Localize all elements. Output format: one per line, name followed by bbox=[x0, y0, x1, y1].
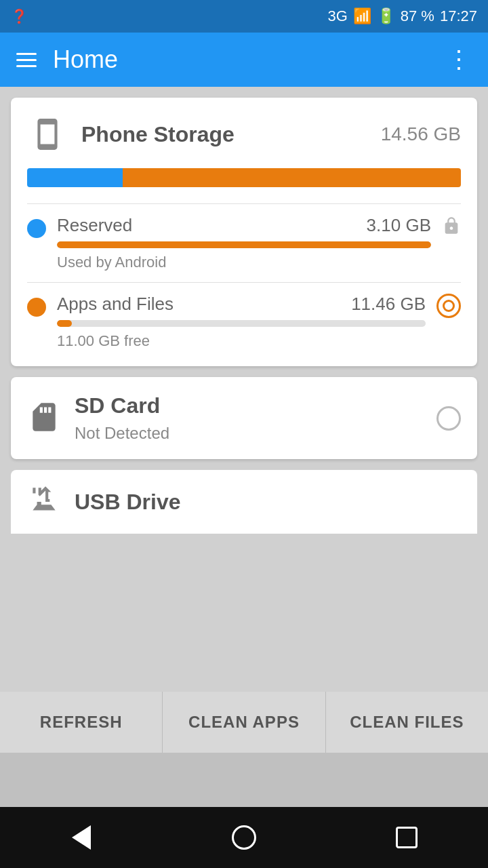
refresh-button[interactable]: REFRESH bbox=[0, 692, 163, 753]
lock-icon bbox=[442, 216, 461, 240]
signal-icon: 📶 bbox=[353, 7, 371, 25]
clock: 17:27 bbox=[440, 7, 477, 25]
network-indicator: 3G bbox=[327, 7, 347, 25]
menu-button[interactable] bbox=[16, 53, 37, 67]
wifi-icon: ❓ bbox=[11, 8, 28, 24]
apps-progress-fill bbox=[57, 320, 72, 327]
apps-dot bbox=[27, 298, 46, 317]
usb-drive-title: USB Drive bbox=[75, 490, 181, 515]
phone-icon bbox=[27, 114, 68, 155]
sd-card-title: SD Card bbox=[75, 393, 423, 418]
radio-inner bbox=[443, 300, 455, 312]
page-title: Home bbox=[53, 45, 430, 74]
apps-label: Apps and Files bbox=[57, 294, 174, 315]
reserved-progress-bg bbox=[57, 241, 431, 248]
divider-2 bbox=[27, 282, 461, 283]
bottom-spacer bbox=[0, 753, 488, 807]
sd-card-status: Not Detected bbox=[75, 424, 423, 443]
reserved-progress-fill bbox=[57, 241, 431, 248]
bar-blue bbox=[27, 168, 123, 187]
clean-apps-button[interactable]: CLEAN APPS bbox=[163, 692, 325, 753]
apps-progress-bg bbox=[57, 320, 426, 327]
divider-1 bbox=[27, 203, 461, 204]
apps-sublabel: 11.00 GB free bbox=[57, 332, 150, 349]
sd-card-text: SD Card Not Detected bbox=[75, 393, 423, 443]
main-content: Phone Storage 14.56 GB Reserved 3.10 GB … bbox=[0, 87, 488, 692]
status-bar: ❓ 3G 📶 🔋 87 % 17:27 bbox=[0, 0, 488, 33]
phone-storage-card: Phone Storage 14.56 GB Reserved 3.10 GB … bbox=[11, 98, 477, 366]
battery-icon: 🔋 bbox=[377, 7, 395, 25]
home-icon bbox=[232, 825, 256, 850]
clean-files-button[interactable]: CLEAN FILES bbox=[326, 692, 488, 753]
sd-card-icon bbox=[27, 400, 61, 437]
phone-storage-size: 14.56 GB bbox=[381, 123, 461, 145]
back-button[interactable] bbox=[64, 821, 98, 854]
apps-files-row: Apps and Files 11.46 GB 11.00 GB free bbox=[27, 294, 461, 350]
apps-value: 11.46 GB bbox=[351, 294, 426, 315]
reserved-label: Reserved bbox=[57, 215, 132, 236]
back-icon bbox=[72, 825, 91, 850]
reserved-sublabel: Used by Android bbox=[57, 254, 166, 271]
battery-percent: 87 % bbox=[401, 7, 434, 25]
reserved-dot bbox=[27, 219, 46, 238]
phone-storage-title: Phone Storage bbox=[81, 122, 367, 147]
sd-radio-icon[interactable] bbox=[436, 406, 461, 431]
app-bar: Home ⋮ bbox=[0, 33, 488, 87]
storage-bar bbox=[27, 168, 461, 187]
bar-orange bbox=[123, 168, 461, 187]
usb-icon bbox=[27, 484, 61, 520]
home-button[interactable] bbox=[227, 821, 261, 854]
usb-drive-card: USB Drive bbox=[11, 470, 477, 534]
reserved-value: 3.10 GB bbox=[367, 215, 431, 236]
recents-button[interactable] bbox=[390, 821, 424, 854]
reserved-content: Reserved 3.10 GB Used by Android bbox=[57, 215, 431, 271]
sd-card-card: SD Card Not Detected bbox=[11, 377, 477, 459]
apps-radio-icon[interactable] bbox=[436, 294, 461, 318]
nav-bar bbox=[0, 807, 488, 868]
more-options-button[interactable]: ⋮ bbox=[447, 45, 472, 74]
recents-icon bbox=[396, 827, 418, 848]
action-bar: REFRESH CLEAN APPS CLEAN FILES bbox=[0, 692, 488, 753]
reserved-row: Reserved 3.10 GB Used by Android bbox=[27, 215, 461, 271]
apps-content: Apps and Files 11.46 GB 11.00 GB free bbox=[57, 294, 426, 350]
